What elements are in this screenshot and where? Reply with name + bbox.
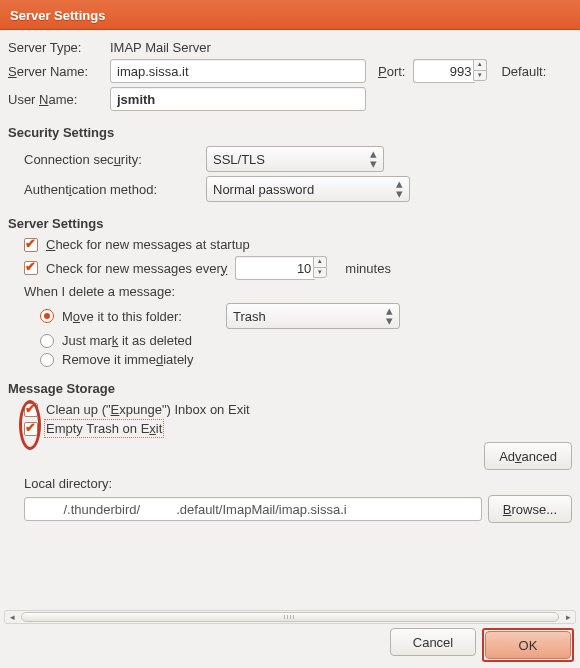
local-dir-label: Local directory: xyxy=(24,476,112,491)
auth-method-label: Authentication method: xyxy=(24,182,198,197)
conn-security-combo[interactable]: SSL/TLS ▴▾ xyxy=(206,146,384,172)
default-label: Default: xyxy=(501,64,546,79)
local-dir-row: Browse... xyxy=(8,495,572,523)
empty-trash-label: Empty Trash on Exit xyxy=(46,421,162,436)
port-input[interactable] xyxy=(413,59,475,83)
cancel-label: Cancel xyxy=(413,635,453,650)
dialog-content: Server Type: IMAP Mail Server Server Nam… xyxy=(0,30,580,523)
horizontal-scrollbar[interactable]: ◂ ▸ xyxy=(4,610,576,624)
advanced-row: Advanced xyxy=(8,442,572,470)
spin-up-icon[interactable]: ▴ xyxy=(313,256,327,267)
conn-security-label: Connection security: xyxy=(24,152,198,167)
empty-trash-checkbox[interactable] xyxy=(24,422,38,436)
browse-button[interactable]: Browse... xyxy=(488,495,572,523)
storage-section-title: Message Storage xyxy=(8,381,572,396)
combo-arrows-icon: ▴▾ xyxy=(386,307,393,325)
conn-security-row: Connection security: SSL/TLS ▴▾ xyxy=(8,146,572,172)
check-every-checkbox[interactable] xyxy=(24,261,38,275)
advanced-label: Advanced xyxy=(499,449,557,464)
minutes-spinner[interactable]: ▴ ▾ xyxy=(313,256,327,280)
server-type-label: Server Type: xyxy=(8,40,102,55)
window-titlebar: Server Settings xyxy=(0,0,580,30)
server-name-input[interactable] xyxy=(110,59,366,83)
server-settings-section-title: Server Settings xyxy=(8,216,572,231)
check-every-label: Check for new messages every xyxy=(46,261,227,276)
window-title: Server Settings xyxy=(10,8,105,23)
remove-immediately-row[interactable]: Remove it immediately xyxy=(8,352,572,367)
ok-highlight-annotation: OK xyxy=(482,628,574,662)
minutes-unit: minutes xyxy=(345,261,391,276)
move-folder-row: Move it to this folder: Trash ▴▾ xyxy=(8,303,572,329)
move-folder-label: Move it to this folder: xyxy=(62,309,218,324)
server-type-row: Server Type: IMAP Mail Server xyxy=(8,40,572,55)
scroll-right-icon[interactable]: ▸ xyxy=(561,612,575,622)
server-name-label: Server Name: xyxy=(8,64,102,79)
mark-deleted-row[interactable]: Just mark it as deleted xyxy=(8,333,572,348)
scroll-thumb[interactable] xyxy=(21,612,559,622)
spin-down-icon[interactable]: ▾ xyxy=(313,267,327,278)
local-dir-label-row: Local directory: xyxy=(8,476,572,491)
trash-value: Trash xyxy=(233,309,266,324)
check-every-input[interactable] xyxy=(235,256,315,280)
port-spinner[interactable]: ▴ ▾ xyxy=(473,59,487,83)
delete-label: When I delete a message: xyxy=(24,284,175,299)
empty-trash-row[interactable]: Empty Trash on Exit xyxy=(8,421,572,436)
cancel-button[interactable]: Cancel xyxy=(390,628,476,656)
cleanup-row[interactable]: Clean up ("Expunge") Inbox on Exit xyxy=(8,402,572,417)
browse-label: Browse... xyxy=(503,502,557,517)
check-startup-label: Check for new messages at startup xyxy=(46,237,250,252)
local-dir-input[interactable] xyxy=(24,497,482,521)
dialog-footer: Cancel OK xyxy=(390,628,574,662)
mark-deleted-radio[interactable] xyxy=(40,334,54,348)
server-name-row: Server Name: Port: ▴ ▾ Default: xyxy=(8,59,572,83)
scroll-left-icon[interactable]: ◂ xyxy=(5,612,19,622)
combo-arrows-icon: ▴▾ xyxy=(396,180,403,198)
server-type-value: IMAP Mail Server xyxy=(110,40,211,55)
remove-immediately-radio[interactable] xyxy=(40,353,54,367)
spin-up-icon[interactable]: ▴ xyxy=(473,59,487,70)
user-name-input[interactable] xyxy=(110,87,366,111)
auth-method-row: Authentication method: Normal password ▴… xyxy=(8,176,572,202)
ok-button[interactable]: OK xyxy=(485,631,571,659)
delete-label-row: When I delete a message: xyxy=(8,284,572,299)
spin-down-icon[interactable]: ▾ xyxy=(473,70,487,81)
security-section-title: Security Settings xyxy=(8,125,572,140)
auth-method-value: Normal password xyxy=(213,182,314,197)
conn-security-value: SSL/TLS xyxy=(213,152,265,167)
cleanup-label: Clean up ("Expunge") Inbox on Exit xyxy=(46,402,250,417)
combo-arrows-icon: ▴▾ xyxy=(370,150,377,168)
mark-deleted-label: Just mark it as deleted xyxy=(62,333,192,348)
auth-method-combo[interactable]: Normal password ▴▾ xyxy=(206,176,410,202)
port-label: Port: xyxy=(378,64,405,79)
trash-combo[interactable]: Trash ▴▾ xyxy=(226,303,400,329)
user-name-label: User Name: xyxy=(8,92,102,107)
check-startup-checkbox[interactable] xyxy=(24,238,38,252)
check-every-row: Check for new messages every ▴ ▾ minutes xyxy=(8,256,572,280)
cleanup-checkbox[interactable] xyxy=(24,403,38,417)
move-folder-radio[interactable] xyxy=(40,309,54,323)
user-name-row: User Name: xyxy=(8,87,572,111)
ok-label: OK xyxy=(519,638,538,653)
remove-immediately-label: Remove it immediately xyxy=(62,352,194,367)
advanced-button[interactable]: Advanced xyxy=(484,442,572,470)
check-startup-row[interactable]: Check for new messages at startup xyxy=(8,237,572,252)
